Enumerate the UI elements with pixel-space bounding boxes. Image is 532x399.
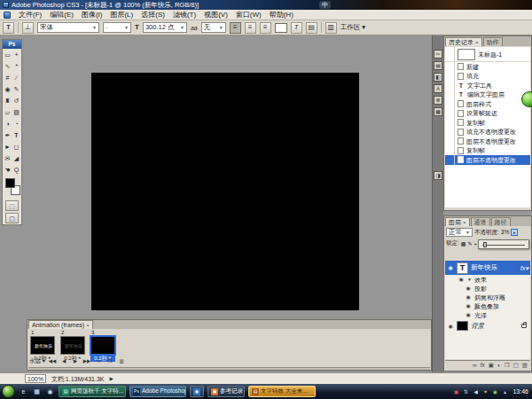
tab-history[interactable]: 历史记录 × bbox=[445, 37, 482, 46]
magic-wand-tool-icon[interactable]: * bbox=[12, 60, 21, 72]
history-item[interactable]: 复制帧 bbox=[445, 118, 530, 128]
layer-row-text[interactable]: ◉ T 新年快乐 fx▾ bbox=[445, 261, 530, 275]
history-item[interactable]: 图层不透明度更改 bbox=[445, 137, 530, 146]
tray-volume-icon[interactable]: ◀ bbox=[472, 388, 479, 395]
lasso-tool-icon[interactable]: ∿ bbox=[4, 60, 12, 72]
ime-bar[interactable]: 中 bbox=[319, 1, 331, 9]
taskbar-task-3[interactable]: ◉ bbox=[190, 386, 204, 397]
path-selection-tool-icon[interactable]: ► bbox=[4, 141, 12, 153]
taskbar-task-1[interactable]: ▤ 网页荡秋千 文字特... bbox=[59, 386, 126, 397]
menu-image[interactable]: 图像(I) bbox=[82, 12, 103, 19]
quick-mask-mode-icon[interactable]: ⬚ bbox=[5, 200, 19, 211]
taskbar-task-4[interactable]: ▣ 参考记录 bbox=[207, 386, 245, 397]
visibility-eye-icon[interactable]: ◉ bbox=[465, 294, 472, 300]
tray-ime-icon[interactable]: ✦ bbox=[481, 388, 489, 395]
effect-row-bevel-emboss[interactable]: ◉ 斜面和浮雕 bbox=[445, 293, 530, 301]
tab-layers[interactable]: 图层 × bbox=[445, 217, 470, 226]
opacity-value[interactable]: 3% bbox=[501, 230, 509, 236]
chevron-down-icon[interactable]: ▼ bbox=[467, 278, 472, 282]
visibility-eye-icon[interactable]: ◉ bbox=[465, 286, 472, 291]
history-item[interactable]: 设置帧延迟 bbox=[445, 109, 530, 119]
brush-tool-icon[interactable]: ✎ bbox=[12, 83, 21, 95]
text-color-swatch[interactable] bbox=[275, 23, 287, 33]
menu-edit[interactable]: 编辑(E) bbox=[50, 12, 74, 19]
canvas[interactable] bbox=[91, 73, 359, 310]
taskbar-task-5-active[interactable]: ▤ 文字特效 大全未... bbox=[248, 386, 316, 397]
prev-frame-button[interactable]: ◀ bbox=[59, 357, 68, 365]
rectangular-marquee-tool-icon[interactable]: ▭ bbox=[4, 49, 12, 60]
green-ball-overlay[interactable] bbox=[521, 91, 532, 107]
visibility-eye-icon[interactable]: ◉ bbox=[447, 265, 454, 270]
dock-panel-icon-2[interactable]: ▤ bbox=[434, 61, 442, 70]
effect-row-color-overlay[interactable]: ◉ 颜色叠加 bbox=[445, 301, 530, 310]
dock-panel-icon-3[interactable]: ◧ bbox=[434, 73, 442, 82]
palette-well-icon[interactable]: ▥ bbox=[325, 22, 337, 34]
slice-tool-icon[interactable]: ∕ bbox=[12, 72, 21, 83]
visibility-eye-icon[interactable]: ◉ bbox=[447, 324, 454, 329]
first-frame-button[interactable]: ◀◀ bbox=[48, 357, 57, 365]
tween-button[interactable]: ↝ bbox=[94, 357, 103, 365]
history-item-selected[interactable]: 图层不透明度更改 bbox=[445, 155, 530, 165]
history-item[interactable]: 填充 bbox=[445, 72, 530, 82]
tab-animation[interactable]: Animation (frames) × bbox=[28, 320, 93, 329]
menu-view[interactable]: 视图(V) bbox=[204, 12, 228, 19]
text-orientation-icon[interactable]: ⊥ bbox=[22, 22, 34, 34]
history-item[interactable]: T编辑文字图层 bbox=[445, 90, 530, 100]
quick-launch-player-icon[interactable]: ◉ bbox=[45, 387, 55, 396]
menu-layer[interactable]: 图层(L) bbox=[110, 12, 133, 19]
visibility-eye-icon[interactable]: ◉ bbox=[465, 312, 472, 317]
tray-eject-icon[interactable]: ▴ bbox=[501, 388, 508, 395]
status-arrow-icon[interactable]: ▶ bbox=[109, 376, 113, 381]
foreground-color-swatch[interactable] bbox=[5, 178, 15, 188]
blur-tool-icon[interactable]: ◑ bbox=[4, 118, 12, 129]
ps-logo[interactable]: Ps bbox=[3, 40, 21, 49]
history-brush-tool-icon[interactable]: ↺ bbox=[12, 95, 21, 106]
history-item[interactable]: 新建 bbox=[445, 62, 530, 72]
layer-name[interactable]: 新年快乐 bbox=[471, 264, 497, 271]
close-icon[interactable]: × bbox=[86, 323, 90, 328]
menu-window[interactable]: 窗口(W) bbox=[236, 12, 262, 19]
frame-thumbnail[interactable]: 新年快乐 bbox=[30, 336, 55, 355]
effect-row-drop-shadow[interactable]: ◉ 投影 bbox=[445, 284, 530, 293]
tab-actions[interactable]: 动作 bbox=[483, 37, 503, 46]
align-left-icon[interactable]: ≡ bbox=[230, 22, 241, 34]
layer-name[interactable]: 背景 bbox=[471, 323, 484, 330]
blend-mode-select[interactable]: 正常▼ bbox=[446, 228, 473, 237]
pen-tool-icon[interactable]: ✒ bbox=[4, 129, 12, 141]
menu-help[interactable]: 帮助(H) bbox=[270, 12, 293, 19]
tray-network-icon[interactable]: ⇅ bbox=[462, 388, 469, 395]
clone-stamp-tool-icon[interactable]: ♜ bbox=[4, 95, 12, 106]
layer-mask-icon[interactable]: ▣ bbox=[489, 363, 494, 369]
delete-frame-button[interactable]: ▥ bbox=[117, 357, 126, 365]
delete-layer-icon[interactable]: ▥ bbox=[522, 363, 528, 369]
layer-style-icon[interactable]: fx bbox=[481, 363, 485, 369]
effects-header-row[interactable]: ◉ ▼ 效果 bbox=[445, 275, 530, 284]
menu-file[interactable]: 文件(F) bbox=[19, 12, 42, 19]
healing-brush-tool-icon[interactable]: ◉ bbox=[4, 83, 12, 95]
toggle-palettes-icon[interactable]: ▤ bbox=[306, 22, 317, 34]
dodge-tool-icon[interactable]: ◔ bbox=[12, 118, 21, 129]
link-layers-icon[interactable]: ∞ bbox=[473, 363, 477, 369]
menu-filter[interactable]: 滤镜(T) bbox=[173, 12, 196, 19]
frame-thumbnail[interactable]: 新年快乐 bbox=[90, 336, 115, 355]
frame-thumbnail[interactable]: 新年快乐 bbox=[60, 336, 85, 355]
visibility-eye-icon[interactable]: ◉ bbox=[458, 277, 465, 282]
font-style-select[interactable]: -▼ bbox=[103, 22, 131, 33]
animation-scrollbar[interactable] bbox=[28, 367, 430, 370]
dock-panel-icon-4[interactable]: A bbox=[434, 84, 442, 93]
align-right-icon[interactable]: ≡ bbox=[260, 22, 271, 34]
dock-panel-icon-1[interactable]: ✂ bbox=[434, 50, 442, 59]
tab-channels[interactable]: 通道 bbox=[471, 217, 490, 226]
lock-image-pixels-icon[interactable]: ✎ bbox=[467, 241, 472, 246]
anti-alias-select[interactable]: 无▼ bbox=[201, 22, 226, 33]
layer-row-background[interactable]: ◉ 背景 bbox=[445, 319, 530, 332]
start-button[interactable] bbox=[2, 385, 15, 398]
new-layer-icon[interactable]: ▢ bbox=[513, 363, 519, 369]
dock-panel-icon-6[interactable]: ▦ bbox=[434, 107, 442, 116]
play-button[interactable]: ▶ bbox=[71, 357, 80, 365]
snapshot-thumbnail[interactable] bbox=[458, 49, 475, 60]
workspace-dropdown[interactable]: 工作区 ▾ bbox=[340, 24, 365, 31]
notes-tool-icon[interactable]: ✉ bbox=[4, 153, 12, 164]
adjustment-layer-icon[interactable]: ◐ bbox=[497, 363, 501, 369]
history-item[interactable]: 图层样式 bbox=[445, 99, 530, 109]
